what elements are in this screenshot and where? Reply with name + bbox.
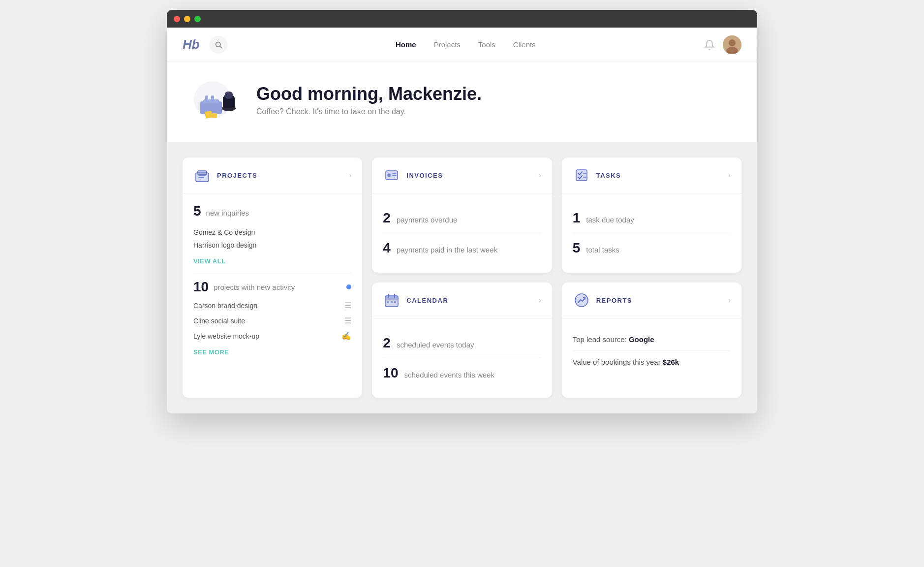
- paid-stat: 4 payments paid in the last week: [383, 233, 541, 263]
- svg-rect-38: [391, 301, 393, 303]
- project-item-2: Harrison logo design: [193, 239, 351, 252]
- total-tasks-count: 5: [573, 240, 581, 256]
- calendar-header-left: CALENDAR: [383, 291, 448, 309]
- reports-card: REPORTS › Top lead source: Google Value …: [562, 283, 741, 398]
- svg-rect-28: [576, 170, 587, 181]
- nav-home[interactable]: Home: [396, 40, 416, 49]
- comment-icon-1: ☰: [344, 301, 351, 310]
- project-name-2: Harrison logo design: [193, 241, 256, 249]
- reports-header-left: REPORTS: [573, 291, 632, 309]
- invoices-header-left: $ INVOICES: [383, 166, 443, 184]
- tasks-chevron[interactable]: ›: [728, 171, 731, 179]
- projects-icon: [193, 166, 211, 184]
- calendar-card-header[interactable]: CALENDAR ›: [372, 283, 552, 318]
- invoices-title: INVOICES: [406, 172, 443, 179]
- svg-text:$: $: [388, 174, 390, 178]
- projects-body: 5 new inquiries Gomez & Co design Harris…: [183, 193, 362, 366]
- invoices-icon: $: [383, 166, 400, 184]
- svg-rect-14: [205, 111, 213, 119]
- view-all-link[interactable]: VIEW ALL: [193, 257, 351, 265]
- calendar-chevron[interactable]: ›: [539, 296, 541, 304]
- svg-rect-37: [387, 301, 389, 303]
- events-today-stat: 2 scheduled events today: [383, 328, 541, 358]
- greeting-heading: Good morning, Mackenzie.: [256, 84, 482, 104]
- search-icon: [215, 41, 222, 49]
- projects-header-left: PROJECTS: [193, 166, 257, 184]
- svg-rect-9: [211, 95, 214, 100]
- reports-chevron[interactable]: ›: [728, 296, 731, 304]
- nav-projects[interactable]: Projects: [434, 40, 461, 49]
- minimize-dot[interactable]: [184, 16, 190, 22]
- invoices-card-header[interactable]: $ INVOICES ›: [372, 158, 552, 193]
- nav-tools[interactable]: Tools: [478, 40, 495, 49]
- tasks-card-header[interactable]: TASKS ›: [562, 158, 741, 193]
- calendar-title: CALENDAR: [406, 297, 448, 304]
- sign-icon: ✍: [341, 331, 351, 341]
- hero-illustration: [190, 78, 245, 122]
- overdue-label: payments overdue: [397, 216, 457, 224]
- due-today-count: 1: [573, 210, 581, 226]
- calendar-body: 2 scheduled events today 10 scheduled ev…: [372, 318, 552, 398]
- svg-rect-34: [385, 296, 398, 300]
- total-tasks-stat: 5 total tasks: [573, 233, 731, 263]
- project-item-1: Gomez & Co design: [193, 226, 351, 239]
- svg-rect-39: [394, 301, 396, 303]
- events-week-stat: 10 scheduled events this week: [383, 358, 541, 388]
- section-divider: [193, 272, 351, 272]
- invoices-body: 2 payments overdue 4 payments paid in th…: [372, 193, 552, 273]
- bookings-row: Value of bookings this year $26k: [573, 351, 731, 373]
- close-dot[interactable]: [174, 16, 180, 22]
- greeting-subtext: Coffee? Check. It's time to take on the …: [256, 107, 482, 116]
- activity-row: 10 projects with new activity: [193, 279, 351, 295]
- tasks-header-left: TASKS: [573, 166, 621, 184]
- reports-card-header[interactable]: REPORTS ›: [562, 283, 741, 318]
- svg-point-0: [216, 42, 220, 46]
- svg-line-1: [220, 46, 222, 48]
- svg-rect-13: [225, 92, 233, 98]
- avatar[interactable]: [723, 35, 741, 54]
- events-today-count: 2: [383, 335, 391, 351]
- calendar-icon: [383, 291, 400, 309]
- svg-rect-15: [212, 113, 217, 119]
- bookings-label: Value of bookings this year: [573, 358, 661, 366]
- activity-name-2: Cline social suite: [193, 317, 245, 325]
- invoices-card: $ INVOICES › 2 payments overdue 4 paym: [372, 158, 552, 273]
- events-week-label: scheduled events this week: [404, 371, 494, 379]
- window-chrome: [167, 10, 757, 28]
- overdue-stat: 2 payments overdue: [383, 203, 541, 233]
- lead-source-label: Top lead source:: [573, 335, 627, 344]
- activity-name-1: Carson brand design: [193, 302, 257, 310]
- activity-label: projects with new activity: [214, 283, 295, 291]
- events-today-label: scheduled events today: [397, 341, 474, 349]
- total-tasks-label: total tasks: [586, 246, 619, 254]
- inquiries-count: 5: [193, 203, 201, 219]
- activity-count: 10: [193, 279, 209, 295]
- svg-rect-18: [198, 171, 207, 175]
- maximize-dot[interactable]: [194, 16, 201, 22]
- nav-right: [704, 35, 741, 54]
- see-more-link[interactable]: SEE MORE: [193, 348, 351, 356]
- new-inquiries-stat: 5 new inquiries: [193, 203, 351, 219]
- svg-point-3: [729, 39, 736, 46]
- reports-body: Top lead source: Google Value of booking…: [562, 318, 741, 383]
- activity-dot: [346, 284, 351, 289]
- activity-name-3: Lyle website mock-up: [193, 332, 259, 340]
- overdue-count: 2: [383, 210, 391, 226]
- notification-bell[interactable]: [704, 39, 715, 50]
- paid-count: 4: [383, 240, 391, 256]
- search-button[interactable]: [210, 36, 227, 54]
- logo: Hb: [183, 37, 200, 52]
- comment-icon-2: ☰: [344, 316, 351, 325]
- projects-title: PROJECTS: [217, 172, 257, 179]
- projects-chevron[interactable]: ›: [349, 171, 352, 179]
- nav-links: Home Projects Tools Clients: [227, 40, 704, 49]
- projects-card-header[interactable]: PROJECTS ›: [183, 158, 362, 193]
- tasks-card: TASKS › 1 task due today 5 total tasks: [562, 158, 741, 273]
- tasks-body: 1 task due today 5 total tasks: [562, 193, 741, 273]
- activity-item-2: Cline social suite ☰: [193, 313, 351, 328]
- bookings-value: $26k: [663, 358, 679, 366]
- nav-clients[interactable]: Clients: [513, 40, 536, 49]
- tasks-icon: [573, 166, 590, 184]
- invoices-chevron[interactable]: ›: [539, 171, 541, 179]
- reports-title: REPORTS: [596, 297, 632, 304]
